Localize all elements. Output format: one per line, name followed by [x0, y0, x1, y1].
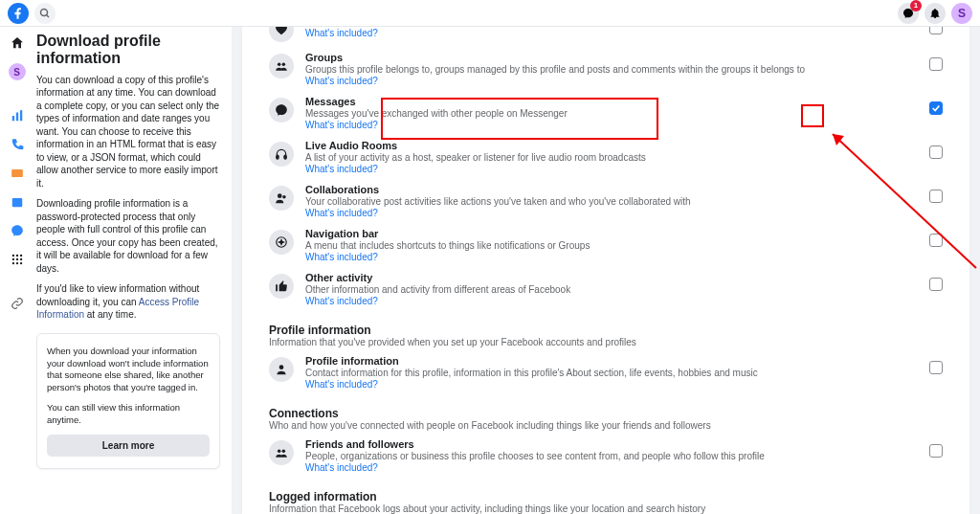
svg-point-21	[282, 195, 286, 199]
messenger-badge: 1	[910, 0, 922, 11]
checkbox-messages[interactable]	[929, 101, 943, 115]
item-groups: Groups Groups this profile belongs to, g…	[269, 46, 943, 90]
checkbox-groups[interactable]	[929, 57, 943, 71]
messenger-button[interactable]: 1	[898, 3, 919, 24]
person-icon	[269, 357, 294, 382]
top-header: 1 S	[0, 0, 980, 27]
nav-icon	[269, 230, 294, 255]
svg-point-10	[11, 258, 13, 260]
svg-point-11	[15, 258, 17, 260]
svg-point-9	[19, 255, 21, 257]
whats-included-link[interactable]: What's included?	[305, 76, 918, 86]
profile-avatar[interactable]: S	[951, 3, 972, 24]
home-icon[interactable]	[9, 34, 26, 52]
svg-point-7	[11, 255, 13, 257]
svg-point-16	[278, 63, 281, 67]
thumb-icon	[269, 274, 294, 299]
svg-point-14	[15, 262, 17, 264]
item-friends: Friends and followers People, organizati…	[269, 433, 943, 477]
section-profile-info: Profile information Information that you…	[269, 324, 943, 347]
svg-point-17	[282, 63, 286, 67]
svg-point-23	[279, 365, 284, 369]
calendar-icon[interactable]	[9, 193, 26, 211]
phone-icon[interactable]	[9, 136, 26, 153]
intro-p2: Downloading profile information is a pas…	[36, 197, 220, 275]
note-p1: When you download your information your …	[47, 346, 210, 394]
side-rail: S	[0, 27, 34, 514]
checkbox-navbar[interactable]	[929, 234, 943, 247]
facebook-logo[interactable]	[8, 3, 29, 24]
item-messages: Messages Messages you've exchanged with …	[269, 90, 943, 134]
item-fundraisers: Fundraisers you've created, joined or do…	[269, 27, 943, 46]
svg-point-8	[15, 255, 17, 257]
heart-icon	[269, 27, 294, 42]
search-button[interactable]	[34, 3, 56, 24]
svg-point-15	[19, 262, 21, 264]
item-live-audio: Live Audio Rooms A list of your activity…	[269, 134, 943, 178]
learn-more-button[interactable]: Learn more	[47, 435, 210, 457]
svg-rect-19	[284, 155, 286, 159]
groups-icon	[269, 54, 294, 78]
svg-line-1	[47, 14, 50, 17]
svg-rect-18	[277, 155, 278, 159]
whats-included-link[interactable]: What's included?	[305, 120, 918, 130]
svg-rect-2	[11, 116, 13, 121]
svg-point-0	[41, 9, 48, 15]
svg-point-24	[278, 450, 281, 454]
section-connections: Connections Who and how you've connected…	[269, 407, 943, 431]
svg-rect-4	[19, 110, 21, 121]
svg-point-13	[11, 262, 13, 264]
section-logged: Logged information Information that Face…	[269, 490, 943, 514]
messenger-icon	[269, 98, 294, 123]
svg-point-25	[282, 450, 286, 454]
note-p2: You can still view this information anyt…	[47, 402, 210, 427]
checkbox-other[interactable]	[929, 278, 943, 291]
whats-included-link[interactable]: What's included?	[305, 208, 918, 218]
whats-included-link[interactable]: What's included?	[305, 252, 918, 262]
link-icon[interactable]	[9, 295, 26, 312]
item-navbar: Navigation bar A menu that includes shor…	[269, 222, 943, 266]
rail-avatar[interactable]: S	[9, 63, 26, 80]
whats-included-link[interactable]: What's included?	[305, 379, 918, 390]
main-area: Fundraisers you've created, joined or do…	[232, 27, 980, 514]
whats-included-link[interactable]: What's included?	[305, 296, 918, 306]
svg-rect-5	[11, 169, 23, 177]
bar-chart-icon[interactable]	[9, 107, 26, 124]
checkbox-friends[interactable]	[929, 444, 943, 458]
checkbox-fundraisers[interactable]	[929, 27, 943, 34]
card-icon[interactable]	[9, 165, 26, 182]
settings-card: Fundraisers you've created, joined or do…	[242, 27, 969, 514]
grid-icon[interactable]	[9, 251, 26, 268]
intro-p1: You can download a copy of this profile'…	[36, 74, 220, 190]
item-other: Other activity Other information and act…	[269, 266, 943, 310]
whats-included-link[interactable]: What's included?	[305, 28, 918, 38]
messenger-rail-icon[interactable]	[9, 222, 26, 239]
item-profile-info: Profile information Contact information …	[269, 349, 943, 393]
checkbox-profile-info[interactable]	[929, 361, 943, 374]
checkbox-live-audio[interactable]	[929, 145, 943, 159]
people-icon	[269, 186, 294, 211]
svg-point-20	[278, 193, 282, 198]
intro-p3: If you'd like to view information withou…	[36, 282, 220, 322]
notifications-button[interactable]	[924, 3, 946, 24]
left-panel: Download profile information You can dow…	[34, 27, 232, 514]
checkbox-collaborations[interactable]	[929, 190, 943, 203]
friends-icon	[269, 440, 294, 465]
page-title: Download profile information	[36, 33, 220, 68]
svg-point-12	[19, 258, 21, 260]
headphones-icon	[269, 142, 294, 167]
svg-rect-3	[15, 113, 17, 122]
whats-included-link[interactable]: What's included?	[305, 164, 918, 174]
note-box: When you download your information your …	[36, 333, 220, 469]
svg-rect-6	[11, 198, 22, 207]
whats-included-link[interactable]: What's included?	[305, 462, 918, 473]
item-collaborations: Collaborations Your collaborative post a…	[269, 178, 943, 222]
